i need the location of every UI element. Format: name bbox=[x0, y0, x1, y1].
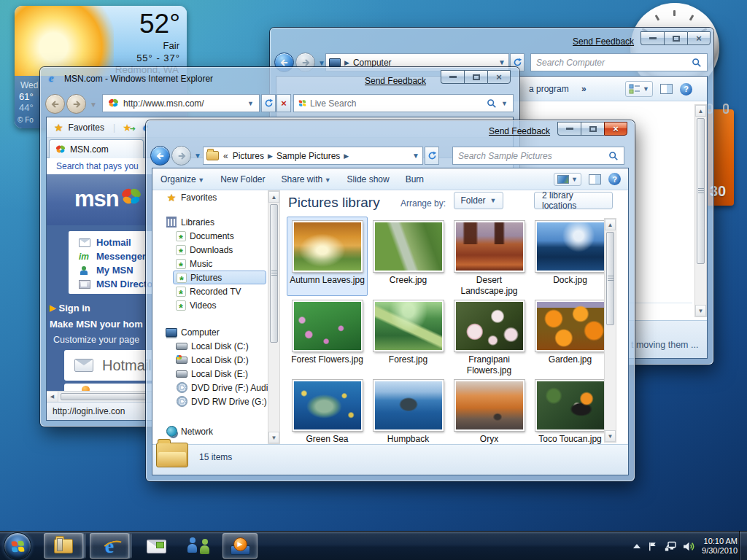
file-item-autumn-leaves-jpg[interactable]: Autumn Leaves.jpg bbox=[287, 217, 368, 296]
tab-msn[interactable]: MSN.com bbox=[49, 139, 144, 158]
scroll-down-button[interactable]: ▼ bbox=[268, 432, 279, 443]
arrange-by-button[interactable]: Folder▼ bbox=[454, 192, 503, 209]
close-button[interactable]: × bbox=[687, 31, 711, 45]
file-item-humpback[interactable]: Humpback bbox=[368, 376, 449, 444]
computer-vertical-scrollbar[interactable]: ▲ ▼ bbox=[694, 104, 707, 317]
address-dropdown-icon[interactable]: ▼ bbox=[247, 100, 254, 107]
pictures-titlebar[interactable]: Send Feedback × bbox=[146, 120, 635, 144]
scroll-down-button[interactable]: ▼ bbox=[695, 305, 706, 316]
send-feedback-link[interactable]: Send Feedback bbox=[489, 126, 550, 136]
minimize-button[interactable] bbox=[640, 31, 664, 45]
views-button[interactable]: ▼ bbox=[554, 173, 581, 186]
ie-titlebar[interactable]: e MSN.com - Windows Internet Explorer Se… bbox=[40, 67, 519, 90]
preview-pane-button[interactable] bbox=[589, 174, 601, 184]
breadcrumb-item-sample-pictures[interactable]: Sample Pictures bbox=[276, 151, 340, 161]
scroll-up-button[interactable]: ▲ bbox=[268, 191, 279, 203]
sidebar-item-documents[interactable]: Documents bbox=[152, 229, 268, 243]
volume-icon[interactable] bbox=[683, 540, 695, 553]
maximize-button[interactable] bbox=[581, 122, 604, 136]
taskbar-ie-button[interactable]: e bbox=[90, 533, 129, 559]
scrollbar-thumb[interactable] bbox=[606, 232, 614, 325]
sidebar-item-dvd-drive-f-audio[interactable]: DVD Drive (F:) Audio bbox=[152, 381, 268, 394]
history-dropdown-icon[interactable]: ▼ bbox=[194, 152, 201, 160]
msn-sign-in[interactable]: ▶ Sign in bbox=[50, 303, 90, 314]
stop-button[interactable]: × bbox=[276, 94, 291, 112]
action-center-flag-icon[interactable] bbox=[647, 541, 658, 552]
search-dropdown-icon[interactable]: ▼ bbox=[501, 100, 508, 107]
views-button[interactable]: ▼ bbox=[625, 81, 653, 97]
scrollbar-thumb[interactable] bbox=[270, 204, 278, 343]
back-button[interactable] bbox=[45, 94, 65, 114]
toolbar-item-burn[interactable]: Burn bbox=[398, 174, 432, 184]
search-box[interactable]: Search Computer bbox=[530, 53, 708, 71]
sidebar-item-local-disk-e-[interactable]: Local Disk (E:) bbox=[152, 367, 268, 381]
help-button[interactable]: ? bbox=[680, 83, 692, 96]
sidebar-item-music[interactable]: Music bbox=[152, 257, 268, 271]
close-button[interactable]: × bbox=[604, 122, 627, 136]
sidebar-item-favorites[interactable]: Favorites bbox=[152, 190, 268, 204]
address-bar[interactable]: http://www.msn.com/ ▼ bbox=[102, 94, 260, 112]
scrollbar-thumb[interactable] bbox=[697, 118, 705, 264]
send-feedback-link[interactable]: Send Feedback bbox=[573, 36, 634, 47]
breadcrumb-overflow[interactable]: « bbox=[223, 151, 228, 161]
sidebar-item-local-disk-d-[interactable]: Local Disk (D:) bbox=[152, 353, 268, 367]
toolbar-item-share-with[interactable]: Share with ▼ bbox=[273, 174, 338, 184]
library-locations-button[interactable]: 2 library locations bbox=[534, 192, 613, 209]
sidebar-item-libraries[interactable]: Libraries bbox=[152, 215, 268, 229]
pictures-window[interactable]: Send Feedback × ▼ « Pictures ▶ Sample Pi… bbox=[146, 120, 635, 481]
address-dropdown-icon[interactable]: ▼ bbox=[408, 152, 419, 160]
scroll-up-button[interactable]: ▲ bbox=[695, 105, 706, 117]
file-item-creek-jpg[interactable]: Creek.jpg bbox=[368, 217, 449, 296]
back-button[interactable] bbox=[150, 146, 170, 166]
refresh-button[interactable] bbox=[425, 147, 439, 165]
maximize-button[interactable] bbox=[664, 31, 687, 45]
favorites-button[interactable]: Favorites bbox=[69, 122, 104, 133]
computer-titlebar[interactable]: Send Feedback × bbox=[270, 28, 713, 50]
toolbar-overflow-chevron[interactable]: » bbox=[581, 84, 587, 94]
show-hidden-icons-button[interactable] bbox=[633, 544, 640, 548]
refresh-button[interactable] bbox=[261, 94, 276, 112]
toolbar-item-partial[interactable]: a program bbox=[521, 84, 577, 94]
toolbar-item-slide-show[interactable]: Slide show bbox=[339, 174, 398, 184]
breadcrumb-item[interactable]: Computer bbox=[353, 58, 392, 68]
address-url[interactable]: http://www.msn.com/ bbox=[123, 98, 247, 109]
tray-clock[interactable]: 10:10 AM 9/30/2010 bbox=[702, 537, 738, 556]
sidebar-item-pictures[interactable]: Pictures bbox=[173, 271, 266, 284]
taskbar-messenger-button[interactable] bbox=[185, 534, 212, 558]
address-dropdown-icon[interactable]: ▼ bbox=[494, 58, 506, 66]
toolbar-item-new-folder[interactable]: New Folder bbox=[212, 174, 273, 184]
network-icon[interactable] bbox=[665, 540, 676, 552]
sidebar-item-downloads[interactable]: Downloads bbox=[152, 243, 268, 257]
sidebar-item-local-disk-c-[interactable]: Local Disk (C:) bbox=[152, 339, 268, 353]
add-favorite-icon[interactable]: ★➜ bbox=[123, 122, 136, 133]
file-item-toco-toucan-jpg[interactable]: Toco Toucan.jpg bbox=[530, 376, 611, 444]
toolbar-item-organize[interactable]: Organize ▼ bbox=[152, 174, 212, 184]
file-item-dock-jpg[interactable]: Dock.jpg bbox=[530, 217, 611, 296]
msn-customize-link[interactable]: Customize your page bbox=[53, 335, 139, 345]
file-item-forest-flowers-jpg[interactable]: Forest Flowers.jpg bbox=[287, 296, 368, 376]
scroll-left-button[interactable]: ◀ bbox=[47, 392, 58, 402]
send-feedback-link[interactable]: Send Feedback bbox=[365, 76, 426, 86]
file-item-desert-landscape-jpg[interactable]: Desert Landscape.jpg bbox=[449, 217, 530, 296]
start-button[interactable] bbox=[4, 532, 31, 560]
search-box[interactable]: Search Sample Pictures bbox=[452, 147, 624, 165]
close-button[interactable]: × bbox=[487, 70, 511, 84]
file-item-oryx[interactable]: Oryx bbox=[449, 376, 530, 444]
address-breadcrumb[interactable]: « Pictures ▶ Sample Pictures ▶ ▼ bbox=[203, 147, 423, 165]
favorites-star-icon[interactable]: ★ bbox=[54, 122, 63, 133]
forward-button[interactable] bbox=[171, 146, 191, 166]
forward-button[interactable] bbox=[66, 94, 86, 114]
file-item-frangipani-flowers-jpg[interactable]: Frangipani Flowers.jpg bbox=[449, 296, 530, 376]
file-item-green-sea[interactable]: Green Sea bbox=[287, 376, 368, 444]
file-item-garden-jpg[interactable]: Garden.jpg bbox=[530, 296, 611, 376]
sidebar-item-network[interactable]: Network bbox=[152, 424, 268, 438]
preview-pane-button[interactable] bbox=[660, 84, 673, 94]
live-search-box[interactable]: Live Search ▼ bbox=[293, 94, 514, 112]
breadcrumb-item-pictures[interactable]: Pictures bbox=[233, 151, 264, 161]
taskbar-mail-button[interactable] bbox=[143, 534, 169, 558]
sidebar-scrollbar[interactable]: ▲ ▼ bbox=[268, 190, 280, 444]
sidebar-item-computer[interactable]: Computer bbox=[152, 325, 268, 339]
history-dropdown-icon[interactable]: ▼ bbox=[318, 59, 325, 67]
msn-make-home-link[interactable]: Make MSN your hom bbox=[50, 319, 143, 330]
show-desktop-button[interactable] bbox=[739, 532, 747, 560]
